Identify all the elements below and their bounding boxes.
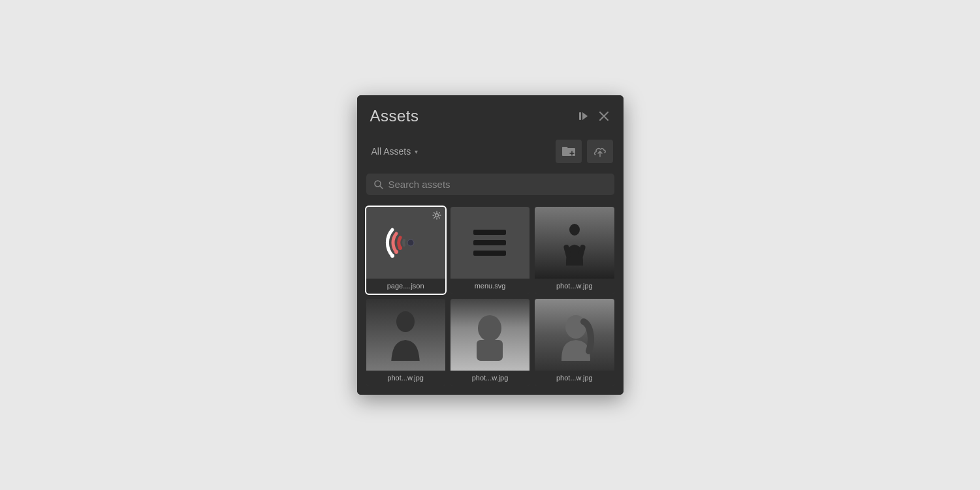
menu-line-3 [473, 251, 506, 256]
collapse-panel-button[interactable] [577, 109, 591, 123]
assets-grid-container: page....json menu.svg [357, 203, 624, 395]
panel-header: Assets [357, 95, 624, 134]
menu-line-1 [473, 230, 506, 235]
collapse-icon [578, 110, 590, 122]
svg-rect-0 [579, 112, 581, 120]
asset-gear-button[interactable] [432, 211, 441, 222]
header-actions [577, 109, 610, 123]
panel-title: Assets [370, 107, 419, 125]
chevron-down-icon: ▾ [415, 148, 418, 155]
svg-point-11 [394, 250, 398, 254]
upload-icon [593, 145, 607, 157]
asset-name: menu.svg [450, 279, 530, 294]
photo-silhouette [558, 220, 591, 266]
asset-thumbnail [450, 299, 530, 371]
svg-point-9 [407, 239, 414, 246]
asset-item[interactable]: menu.svg [450, 207, 530, 294]
upload-button[interactable] [587, 140, 613, 163]
asset-thumbnail [535, 299, 614, 371]
gear-icon [432, 211, 441, 220]
filter-label: All Assets [371, 146, 411, 157]
menu-svg-preview [467, 220, 513, 266]
svg-point-17 [396, 311, 415, 332]
asset-thumbnail [450, 207, 530, 279]
search-bar [357, 170, 624, 203]
asset-name: phot...w.jpg [366, 371, 445, 386]
asset-name: phot...w.jpg [535, 279, 614, 294]
search-input[interactable] [388, 179, 607, 190]
svg-point-10 [390, 254, 394, 258]
asset-item[interactable]: phot...w.jpg [535, 299, 614, 386]
assets-grid: page....json menu.svg [366, 207, 614, 386]
asset-thumbnail [535, 207, 614, 279]
asset-name: phot...w.jpg [450, 371, 530, 386]
asset-item[interactable]: page....json [366, 207, 445, 294]
asset-name: phot...w.jpg [535, 371, 614, 386]
close-icon [599, 111, 609, 121]
toolbar: All Assets ▾ [357, 134, 624, 170]
asset-item[interactable]: phot...w.jpg [535, 207, 614, 294]
svg-point-18 [478, 315, 501, 341]
search-icon [374, 180, 383, 189]
svg-point-12 [398, 246, 402, 250]
svg-line-8 [380, 186, 383, 189]
add-folder-button[interactable] [556, 140, 582, 163]
menu-line-2 [473, 240, 506, 245]
filter-dropdown[interactable]: All Assets ▾ [368, 144, 550, 159]
close-panel-button[interactable] [597, 110, 610, 123]
assets-panel: Assets All Assets ▾ [357, 95, 624, 395]
svg-point-13 [435, 214, 438, 217]
photo-silhouette [386, 309, 425, 361]
search-input-wrap [366, 174, 614, 195]
photo-silhouette [470, 309, 509, 361]
photo-silhouette [555, 309, 594, 361]
json-file-icon [379, 217, 432, 269]
asset-item[interactable]: phot...w.jpg [366, 299, 445, 386]
asset-item[interactable]: phot...w.jpg [450, 299, 530, 386]
svg-point-14 [569, 224, 580, 236]
asset-name: page....json [366, 279, 445, 294]
svg-marker-1 [582, 112, 588, 120]
asset-thumbnail [366, 299, 445, 371]
svg-rect-19 [477, 340, 503, 361]
add-folder-icon [561, 145, 576, 157]
